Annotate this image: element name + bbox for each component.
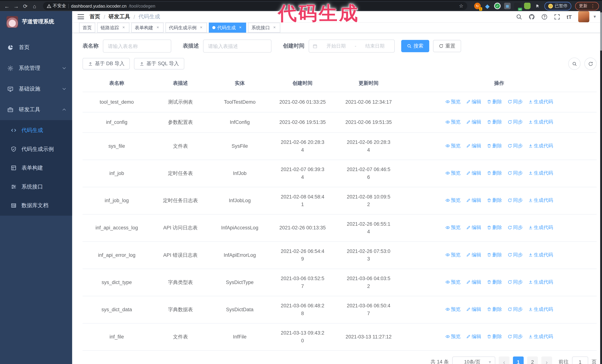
action-sync[interactable]: 同步 <box>507 98 523 105</box>
sidebar-item-db-doc[interactable]: 数据库文档 <box>0 196 72 215</box>
action-preview[interactable]: 预览 <box>445 142 461 150</box>
import-db-button[interactable]: 基于 DB 导入 <box>83 58 130 69</box>
action-delete[interactable]: 删除 <box>487 98 502 105</box>
action-edit[interactable]: 编辑 <box>466 251 481 259</box>
extension-switch-icon[interactable]: on <box>514 3 520 9</box>
action-sync[interactable]: 同步 <box>507 305 523 313</box>
toggle-search-button[interactable] <box>568 58 580 70</box>
browser-reload-icon[interactable]: ⟳ <box>22 2 29 10</box>
breadcrumb-home[interactable]: 首页 <box>89 13 100 20</box>
action-delete[interactable]: 删除 <box>487 118 502 126</box>
action-edit[interactable]: 编辑 <box>466 224 481 231</box>
avatar-caret-down-icon[interactable]: ▼ <box>593 15 597 19</box>
prev-page-button[interactable]: ‹ <box>499 357 509 364</box>
action-edit[interactable]: 编辑 <box>466 98 481 105</box>
action-delete[interactable]: 删除 <box>487 142 502 150</box>
breadcrumb-devtools[interactable]: 研发工具 <box>108 13 130 20</box>
action-generate[interactable]: 生成代码 <box>528 118 553 126</box>
browser-update-chip[interactable]: 更新 ⋮ <box>575 2 599 10</box>
action-edit[interactable]: 编辑 <box>466 197 481 204</box>
search-icon[interactable] <box>516 14 522 20</box>
browser-forward-icon[interactable]: → <box>12 2 20 10</box>
action-edit[interactable]: 编辑 <box>466 169 481 177</box>
close-icon[interactable]: × <box>155 25 160 30</box>
create-time-range-picker[interactable]: 开始日期 - 结束日期 <box>309 40 395 52</box>
action-sync[interactable]: 同步 <box>507 142 523 150</box>
close-icon[interactable]: × <box>238 25 243 30</box>
sidebar-item-home[interactable]: 首页 <box>0 37 72 58</box>
browser-back-icon[interactable]: ← <box>3 2 11 10</box>
reset-button[interactable]: 重置 <box>433 40 461 52</box>
sidebar-item-system-api[interactable]: 系统接口 <box>0 177 72 196</box>
action-generate[interactable]: 生成代码 <box>528 142 553 150</box>
action-preview[interactable]: 预览 <box>445 305 461 313</box>
sidebar-item-form-builder[interactable]: 表单构建 <box>0 158 72 177</box>
action-generate[interactable]: 生成代码 <box>528 224 553 231</box>
action-generate[interactable]: 生成代码 <box>528 278 553 286</box>
sidebar-item-system-manage[interactable]: 系统管理 <box>0 58 72 79</box>
action-delete[interactable]: 删除 <box>487 251 502 259</box>
action-preview[interactable]: 预览 <box>445 118 461 126</box>
action-delete[interactable]: 删除 <box>487 333 502 340</box>
action-sync[interactable]: 同步 <box>507 251 523 259</box>
action-preview[interactable]: 预览 <box>445 197 461 204</box>
scrollbar-thumb[interactable] <box>600 12 602 51</box>
refresh-table-button[interactable] <box>584 58 597 70</box>
action-generate[interactable]: 生成代码 <box>528 305 553 313</box>
action-sync[interactable]: 同步 <box>507 333 523 340</box>
sidebar-item-codegen[interactable]: 代码生成 <box>0 121 72 140</box>
extensions-puzzle-icon[interactable] <box>534 3 540 9</box>
action-edit[interactable]: 编辑 <box>466 305 481 313</box>
action-delete[interactable]: 删除 <box>487 305 502 313</box>
action-sync[interactable]: 同步 <box>507 278 523 286</box>
close-icon[interactable]: × <box>121 25 126 30</box>
action-generate[interactable]: 生成代码 <box>528 169 553 177</box>
sidebar-item-dev-tools[interactable]: 研发工具 <box>0 99 72 120</box>
table-desc-input[interactable] <box>203 40 271 52</box>
page-button-1[interactable]: 1 <box>513 357 524 364</box>
logo-row[interactable]: 芋道管理系统 <box>0 11 72 32</box>
action-delete[interactable]: 删除 <box>487 197 502 204</box>
profile-paused-chip[interactable]: ☺ 已暂停 <box>544 2 571 10</box>
github-icon[interactable] <box>529 14 535 20</box>
extension-orange-icon[interactable]: ↻1 <box>474 3 481 9</box>
tab-form-builder[interactable]: 表单构建× <box>131 23 163 32</box>
address-bar[interactable]: 不安全 dashboard.yudao.iocoder.cn/tool/code… <box>43 2 467 10</box>
action-sync[interactable]: 同步 <box>507 118 523 126</box>
action-generate[interactable]: 生成代码 <box>528 251 553 259</box>
action-generate[interactable]: 生成代码 <box>528 98 553 105</box>
fullscreen-icon[interactable] <box>554 14 560 20</box>
close-icon[interactable]: × <box>272 25 277 30</box>
page-button-2[interactable]: 2 <box>527 357 538 364</box>
action-sync[interactable]: 同步 <box>507 197 523 204</box>
user-avatar[interactable] <box>578 11 589 22</box>
tab-codegen-example[interactable]: 代码生成示例× <box>165 23 207 32</box>
action-preview[interactable]: 预览 <box>445 333 461 340</box>
action-sync[interactable]: 同步 <box>507 224 523 231</box>
extension-grid-icon[interactable]: ▦ <box>504 3 510 9</box>
sidebar-item-infrastructure[interactable]: 基础设施 <box>0 79 72 99</box>
action-preview[interactable]: 预览 <box>445 98 461 105</box>
action-delete[interactable]: 删除 <box>487 224 502 231</box>
goto-page-input[interactable] <box>572 357 588 364</box>
extension-gem-icon[interactable]: ◆ <box>484 3 491 9</box>
action-preview[interactable]: 预览 <box>445 169 461 177</box>
search-button[interactable]: 搜索 <box>401 40 429 52</box>
security-warning[interactable]: 不安全 <box>47 3 66 9</box>
action-generate[interactable]: 生成代码 <box>528 197 553 204</box>
tab-codegen[interactable]: 代码生成× <box>209 23 246 32</box>
action-delete[interactable]: 删除 <box>487 169 502 177</box>
next-page-button[interactable]: › <box>541 357 552 364</box>
bookmark-star-icon[interactable]: ☆ <box>459 3 463 9</box>
action-edit[interactable]: 编辑 <box>466 142 481 150</box>
font-size-icon[interactable]: tT <box>567 14 572 20</box>
window-scrollbar[interactable] <box>600 11 602 364</box>
action-delete[interactable]: 删除 <box>487 278 502 286</box>
extension-android-icon[interactable] <box>524 3 530 9</box>
close-icon[interactable]: × <box>199 25 204 30</box>
action-edit[interactable]: 编辑 <box>466 278 481 286</box>
action-preview[interactable]: 预览 <box>445 224 461 231</box>
tab-system-api[interactable]: 系统接口× <box>248 23 280 32</box>
action-edit[interactable]: 编辑 <box>466 333 481 340</box>
browser-home-icon[interactable]: ⌂ <box>31 2 38 10</box>
